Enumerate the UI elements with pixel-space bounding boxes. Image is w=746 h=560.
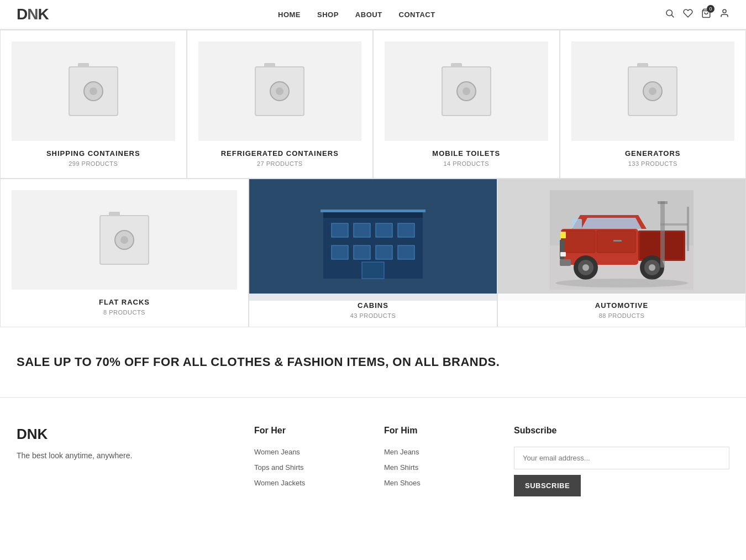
svg-rect-5: [323, 212, 423, 218]
cabin-overlay: CABINS 43 PRODUCTS: [249, 294, 497, 327]
camera-mount: [451, 63, 462, 67]
product-count-generators: 133 PRODUCTS: [628, 160, 677, 167]
product-image-generators: [571, 41, 735, 141]
svg-line-1: [671, 15, 674, 17]
footer-link-men-shoes[interactable]: Men Shoes: [384, 478, 492, 488]
subscribe-button[interactable]: SUBSCRIBE: [514, 475, 581, 496]
product-count-toilets: 14 PRODUCTS: [443, 160, 489, 167]
svg-rect-28: [560, 252, 566, 257]
account-button[interactable]: [719, 8, 729, 21]
camera-mount: [264, 63, 275, 67]
products-grid-row2: FLAT RACKS 8 PRODUCTS: [0, 179, 746, 327]
product-count-cabins: 43 PRODUCTS: [255, 312, 491, 319]
product-count-automotive: 88 PRODUCTS: [503, 312, 740, 319]
footer-link-women-jackets[interactable]: Women Jackets: [254, 478, 362, 488]
svg-rect-37: [658, 201, 668, 204]
svg-rect-9: [398, 223, 414, 237]
product-card-automotive[interactable]: AUTOMOTIVE 88 PRODUCTS: [497, 179, 746, 327]
footer-link-men-shirts-anchor[interactable]: Men Shirts: [384, 463, 418, 472]
svg-point-3: [723, 9, 726, 13]
automotive-overlay: AUTOMOTIVE 88 PRODUCTS: [498, 294, 745, 327]
placeholder-icon: [442, 66, 491, 116]
automotive-image: [498, 179, 745, 301]
svg-rect-14: [362, 262, 384, 279]
camera-mount: [109, 212, 120, 216]
svg-rect-27: [560, 232, 566, 238]
logo-letter-k: K: [38, 6, 48, 23]
cart-count-badge: 0: [707, 5, 715, 13]
footer-for-him-title: For Him: [384, 426, 492, 436]
svg-rect-22: [613, 240, 622, 242]
footer-link-men-jeans[interactable]: Men Jeans: [384, 447, 492, 457]
footer-for-her-title: For Her: [254, 426, 362, 436]
product-count-shipping: 299 PRODUCTS: [69, 160, 118, 167]
nav-link-about[interactable]: ABOUT: [355, 11, 382, 19]
svg-rect-38: [660, 223, 688, 226]
product-name-toilets: MOBILE TOILETS: [432, 149, 500, 158]
svg-rect-20: [562, 231, 595, 253]
svg-rect-13: [398, 245, 414, 259]
product-name-automotive: AUTOMOTIVE: [503, 301, 740, 310]
camera-mount: [78, 63, 89, 67]
footer-link-women-jeans-anchor[interactable]: Women Jeans: [254, 448, 300, 456]
footer-logo[interactable]: DNK: [17, 426, 232, 443]
nav-item-contact[interactable]: CONTACT: [399, 9, 435, 19]
product-card-mobile-toilets[interactable]: MOBILE TOILETS 14 PRODUCTS: [373, 30, 560, 179]
footer-for-him-col: For Him Men Jeans Men Shirts Men Shoes: [384, 426, 492, 496]
search-button[interactable]: [665, 8, 675, 21]
product-card-shipping-containers[interactable]: SHIPPING CONTAINERS 299 PRODUCTS: [0, 30, 187, 179]
camera-lens: [456, 81, 476, 101]
camera-lens: [643, 81, 663, 101]
product-name-shipping: SHIPPING CONTAINERS: [46, 149, 140, 158]
product-image-flat-racks: [12, 190, 237, 290]
footer-brand-col: DNK The best look anytime, anywhere.: [17, 426, 232, 496]
product-count-flat-racks: 8 PRODUCTS: [103, 309, 145, 316]
placeholder-icon: [628, 66, 677, 116]
nav-link-home[interactable]: HOME: [278, 11, 301, 19]
svg-point-34: [649, 264, 655, 271]
footer-link-women-jeans[interactable]: Women Jeans: [254, 447, 362, 457]
product-card-flat-racks[interactable]: FLAT RACKS 8 PRODUCTS: [0, 179, 249, 327]
nav-link-contact[interactable]: CONTACT: [399, 11, 435, 19]
products-grid-row1: SHIPPING CONTAINERS 299 PRODUCTS REFRIGE…: [0, 29, 746, 179]
footer-for-her-col: For Her Women Jeans Tops and Shirts Wome…: [254, 426, 362, 496]
footer-tagline: The best look anytime, anywhere.: [17, 451, 232, 460]
camera-mount: [637, 63, 648, 67]
wishlist-button[interactable]: [683, 8, 693, 21]
header-icons: 0: [665, 8, 729, 21]
product-card-cabins[interactable]: CABINS 43 PRODUCTS: [249, 179, 497, 327]
nav-item-shop[interactable]: SHOP: [317, 9, 339, 19]
footer-link-tops-shirts[interactable]: Tops and Shirts: [254, 462, 362, 472]
camera-lens: [270, 81, 290, 101]
logo-letter-n: N: [27, 6, 38, 23]
svg-point-31: [582, 264, 589, 271]
camera-lens: [83, 81, 103, 101]
svg-rect-15: [321, 210, 425, 212]
nav-item-home[interactable]: HOME: [278, 9, 301, 19]
footer-link-men-jeans-anchor[interactable]: Men Jeans: [384, 448, 419, 456]
product-image-refrigerated: [198, 41, 362, 141]
svg-rect-19: [572, 219, 582, 229]
footer-link-tops-shirts-anchor[interactable]: Tops and Shirts: [254, 463, 304, 472]
svg-rect-6: [332, 223, 348, 237]
cart-button[interactable]: 0: [701, 8, 711, 21]
product-card-generators[interactable]: GENERATORS 133 PRODUCTS: [560, 30, 747, 179]
site-logo[interactable]: DNK: [17, 6, 49, 23]
footer-link-women-jackets-anchor[interactable]: Women Jackets: [254, 479, 305, 487]
subscribe-email-input[interactable]: [514, 447, 729, 469]
nav-item-about[interactable]: ABOUT: [355, 9, 382, 19]
footer-subscribe-col: Subscribe SUBSCRIBE: [514, 426, 729, 496]
footer-subscribe-title: Subscribe: [514, 426, 729, 436]
footer-link-men-shirts[interactable]: Men Shirts: [384, 462, 492, 472]
product-name-generators: GENERATORS: [625, 149, 681, 158]
sale-banner-text: SALE UP TO 70% OFF FOR ALL CLOTHES & FAS…: [17, 355, 729, 369]
product-card-refrigerated-containers[interactable]: REFRIGERATED CONTAINERS 27 PRODUCTS: [187, 30, 374, 179]
footer: DNK The best look anytime, anywhere. For…: [0, 397, 746, 513]
truck-svg: [550, 190, 694, 290]
main-nav: HOME SHOP ABOUT CONTACT: [278, 9, 435, 19]
product-name-flat-racks: FLAT RACKS: [99, 298, 150, 306]
cabin-svg: [312, 196, 434, 284]
nav-link-shop[interactable]: SHOP: [317, 11, 339, 19]
product-name-cabins: CABINS: [255, 301, 491, 310]
footer-link-men-shoes-anchor[interactable]: Men Shoes: [384, 479, 421, 487]
